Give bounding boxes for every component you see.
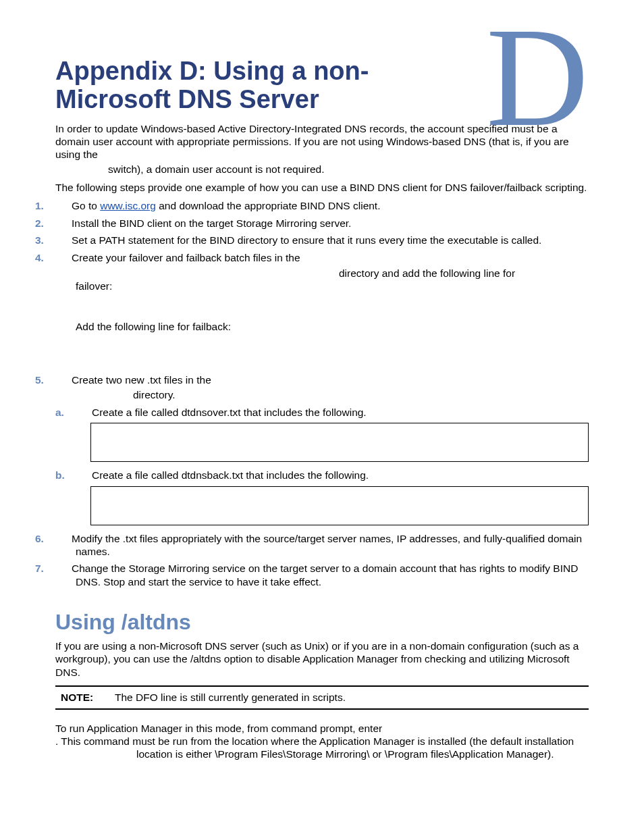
- step-2: 2.Install the BIND client on the target …: [55, 217, 589, 230]
- step-4-failback-label: Add the following line for failback:: [76, 320, 589, 333]
- substep-marker: a.: [76, 406, 92, 419]
- step-text: Set a PATH statement for the BIND direct…: [72, 234, 541, 246]
- page: D Appendix D: Using a non-Microsoft DNS …: [0, 0, 644, 834]
- step-1: 1.Go to www.isc.org and download the app…: [55, 199, 589, 212]
- step-3: 3.Set a PATH statement for the BIND dire…: [55, 234, 589, 246]
- code-box-dtdnsover: [90, 423, 589, 462]
- step-text: Create your failover and failback batch …: [72, 252, 300, 263]
- altdns-paragraph-2b: . This command must be run from the loca…: [55, 735, 574, 760]
- substep-text: Create a file called dtdnsback.txt that …: [92, 469, 369, 481]
- altdns-paragraph-1: If you are using a non-Microsoft DNS ser…: [55, 640, 589, 679]
- step-5b: b.Create a file called dtdnsback.txt tha…: [76, 469, 589, 481]
- altdns-paragraph-2a: To run Application Manager in this mode,…: [55, 722, 589, 735]
- step-6: 6.Modify the .txt files appropriately wi…: [55, 532, 589, 558]
- substep-marker: b.: [76, 469, 92, 481]
- step-4: 4.Create your failover and failback batc…: [55, 251, 589, 264]
- step-marker: 6.: [55, 532, 72, 545]
- note-text: The DFO line is still currently generate…: [115, 692, 346, 703]
- step-5: 5.Create two new .txt files in the: [55, 373, 589, 386]
- step-5a: a.Create a file called dtdnsover.txt tha…: [76, 406, 589, 419]
- substep-text: Create a file called dtdnsover.txt that …: [92, 407, 367, 418]
- page-title: Appendix D: Using a non-Microsoft DNS Se…: [55, 57, 406, 114]
- isc-link[interactable]: www.isc.org: [100, 200, 156, 211]
- step-marker: 3.: [55, 234, 72, 246]
- step-marker: 4.: [55, 251, 72, 264]
- step-4-failover-label: failover:: [76, 280, 589, 292]
- step-text: and download the appropriate BIND DNS cl…: [156, 200, 381, 211]
- step-4-trail: directory and add the following line for: [339, 267, 589, 280]
- intro-paragraph-2: The following steps provide one example …: [55, 181, 589, 194]
- step-text: Create two new .txt files in the: [72, 374, 211, 386]
- intro1b-text: switch), a domain user account is not re…: [108, 163, 589, 176]
- step-text: Go to: [72, 200, 100, 211]
- step-marker: 7.: [55, 562, 72, 575]
- step-text: Install the BIND client on the target St…: [72, 217, 351, 229]
- note-box: NOTE:The DFO line is still currently gen…: [55, 685, 589, 709]
- section-title-altdns: Using /altdns: [55, 608, 589, 635]
- step-text: Modify the .txt files appropriately with…: [72, 533, 582, 557]
- step-marker: 1.: [55, 199, 72, 212]
- step-marker: 2.: [55, 217, 72, 230]
- step-text: Change the Storage Mirroring service on …: [72, 563, 578, 587]
- step-marker: 5.: [55, 373, 72, 386]
- note-label: NOTE:: [61, 691, 115, 704]
- chapter-letter: D: [486, 20, 589, 134]
- code-box-dtdnsback: [90, 486, 589, 525]
- step-7: 7.Change the Storage Mirroring service o…: [55, 562, 589, 588]
- step-5-dir-label: directory.: [133, 388, 589, 401]
